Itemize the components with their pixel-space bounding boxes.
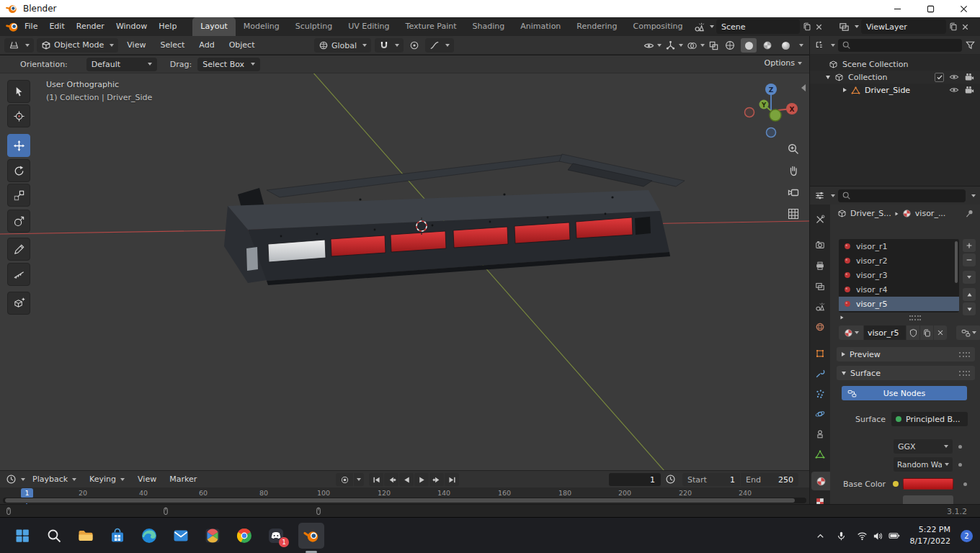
- xray-toggle[interactable]: [708, 40, 719, 51]
- workspace-tab-layout[interactable]: Layout: [192, 17, 235, 36]
- scene-browse-caret[interactable]: [710, 25, 714, 28]
- move-slot-up-button[interactable]: [963, 288, 976, 301]
- blender-taskbar-icon[interactable]: [298, 523, 324, 549]
- keying-options-caret[interactable]: [354, 473, 364, 486]
- properties-editor-icon[interactable]: [814, 190, 825, 201]
- menu-window[interactable]: Window: [110, 17, 153, 36]
- viewlayer-browse-caret[interactable]: [855, 25, 859, 28]
- volume-icon[interactable]: [873, 531, 883, 541]
- material-slot-row[interactable]: visor_r3: [839, 268, 959, 282]
- material-slot-row-active[interactable]: visor_r5: [839, 297, 959, 311]
- timeline-ruler[interactable]: 20 40 60 80 100 120 140 160 180 200 220 …: [0, 487, 809, 504]
- menu-marker[interactable]: Marker: [164, 470, 202, 489]
- workspace-tab-shading[interactable]: Shading: [465, 17, 513, 36]
- menu-view-timeline[interactable]: View: [132, 470, 162, 489]
- collection-exclude-checkbox[interactable]: [935, 73, 944, 82]
- scene-selector[interactable]: Scene: [716, 19, 800, 34]
- subsurface-slider-partial[interactable]: [903, 495, 953, 504]
- workspace-tab-sculpting[interactable]: Sculpting: [288, 17, 340, 36]
- navigation-gizmo[interactable]: Z X Y: [739, 78, 804, 143]
- hidden-icons-chevron[interactable]: [815, 531, 826, 541]
- slot-list-expand-icon[interactable]: [841, 316, 844, 320]
- material-slot-row[interactable]: visor_r1: [839, 239, 959, 253]
- tab-particles[interactable]: [810, 385, 830, 403]
- surface-panel-header[interactable]: Surface: [837, 366, 975, 380]
- tab-object[interactable]: [810, 344, 830, 363]
- expand-caret-icon[interactable]: [843, 88, 847, 92]
- menu-view[interactable]: View: [121, 36, 151, 55]
- use-nodes-button[interactable]: Use Nodes: [842, 386, 967, 400]
- distribution-dropdown[interactable]: GGX: [894, 439, 953, 454]
- toggle-ortho-button[interactable]: [785, 206, 801, 222]
- slot-specials-button[interactable]: [963, 271, 976, 284]
- material-nodes-toggle[interactable]: [956, 325, 980, 340]
- taskbar-clock[interactable]: 5:22 PM 8/17/2022: [910, 524, 950, 547]
- menu-playback[interactable]: Playback: [27, 470, 82, 489]
- new-material-button[interactable]: [920, 325, 933, 340]
- scene-unlink-button[interactable]: [814, 22, 824, 32]
- orientation-dropdown[interactable]: Default: [86, 58, 157, 71]
- browse-material-button[interactable]: [839, 325, 863, 340]
- panel-drag-grip[interactable]: [909, 315, 921, 320]
- viewlayer-selector[interactable]: ViewLayer: [861, 19, 946, 34]
- transform-orientation-dropdown[interactable]: Global: [314, 38, 371, 53]
- scale-tool-button[interactable]: [7, 184, 30, 207]
- start-button[interactable]: [13, 526, 32, 545]
- shading-rendered-button[interactable]: [778, 42, 793, 50]
- subsurface-method-dropdown[interactable]: Random Walk: [894, 457, 953, 472]
- gizmos-dropdown[interactable]: [665, 40, 683, 51]
- animate-dot-icon[interactable]: [963, 482, 967, 486]
- shading-wireframe-button[interactable]: [723, 40, 737, 50]
- move-slot-down-button[interactable]: [963, 302, 976, 315]
- workspace-tab-texture-paint[interactable]: Texture Paint: [398, 17, 465, 36]
- cursor-tool-button[interactable]: [7, 104, 30, 127]
- breadcrumb-object[interactable]: Driver_S...: [850, 209, 891, 218]
- tab-physics[interactable]: [810, 405, 830, 423]
- menu-edit[interactable]: Edit: [43, 17, 70, 36]
- shading-options-caret[interactable]: [799, 44, 803, 47]
- viewlayer-new-button[interactable]: [948, 22, 958, 32]
- proportional-falloff-dropdown[interactable]: [425, 38, 454, 53]
- edge-icon[interactable]: [140, 526, 159, 545]
- proportional-editing-toggle[interactable]: [407, 40, 422, 50]
- tab-tool[interactable]: [810, 210, 830, 229]
- animate-dot-icon[interactable]: [958, 445, 962, 449]
- previous-keyframe-button[interactable]: [384, 473, 398, 486]
- outliner-row-scene-collection[interactable]: Scene Collection: [810, 58, 980, 71]
- workspace-tab-compositing[interactable]: Compositing: [625, 17, 691, 36]
- select-box-tool-button[interactable]: [7, 80, 30, 103]
- add-slot-button[interactable]: [963, 239, 976, 252]
- battery-icon[interactable]: [888, 530, 900, 541]
- render-visibility-camera-icon[interactable]: [964, 72, 974, 82]
- fake-user-button[interactable]: [906, 325, 919, 340]
- snap-toggle[interactable]: [375, 38, 404, 53]
- tab-constraints[interactable]: [810, 425, 830, 444]
- chrome-icon[interactable]: [235, 526, 254, 545]
- timeline-scrollbar-thumb[interactable]: [5, 498, 795, 503]
- animate-dot-icon[interactable]: [958, 463, 962, 467]
- menu-render[interactable]: Render: [71, 17, 110, 36]
- maximize-button[interactable]: [914, 0, 947, 17]
- material-slot-row[interactable]: visor_r4: [839, 282, 959, 297]
- tab-world[interactable]: [810, 318, 830, 336]
- viewlayer-remove-button[interactable]: [961, 22, 970, 32]
- microphone-tray-icon[interactable]: [836, 531, 847, 541]
- menu-add[interactable]: Add: [193, 36, 220, 55]
- hide-eye-icon[interactable]: [949, 85, 959, 95]
- options-dropdown[interactable]: Options: [765, 58, 802, 68]
- file-explorer-icon[interactable]: [76, 526, 95, 545]
- microsoft-store-icon[interactable]: [108, 526, 127, 545]
- menu-file[interactable]: File: [19, 17, 43, 36]
- photos-icon[interactable]: [203, 526, 222, 545]
- move-tool-button[interactable]: [7, 134, 30, 157]
- base-color-swatch[interactable]: [903, 478, 953, 490]
- discord-icon[interactable]: 1: [267, 526, 285, 545]
- jump-to-start-button[interactable]: [369, 473, 383, 486]
- keyframe-dot-icon[interactable]: [893, 481, 899, 487]
- tab-texture[interactable]: [810, 493, 830, 504]
- frame-end-field[interactable]: End250: [741, 473, 798, 486]
- workspace-tab-modeling[interactable]: Modeling: [236, 17, 288, 36]
- outliner-row-driver-side[interactable]: Driver_Side: [810, 84, 980, 96]
- timeline-editor-caret[interactable]: [21, 478, 25, 481]
- surface-shader-button[interactable]: Principled B...: [891, 412, 968, 426]
